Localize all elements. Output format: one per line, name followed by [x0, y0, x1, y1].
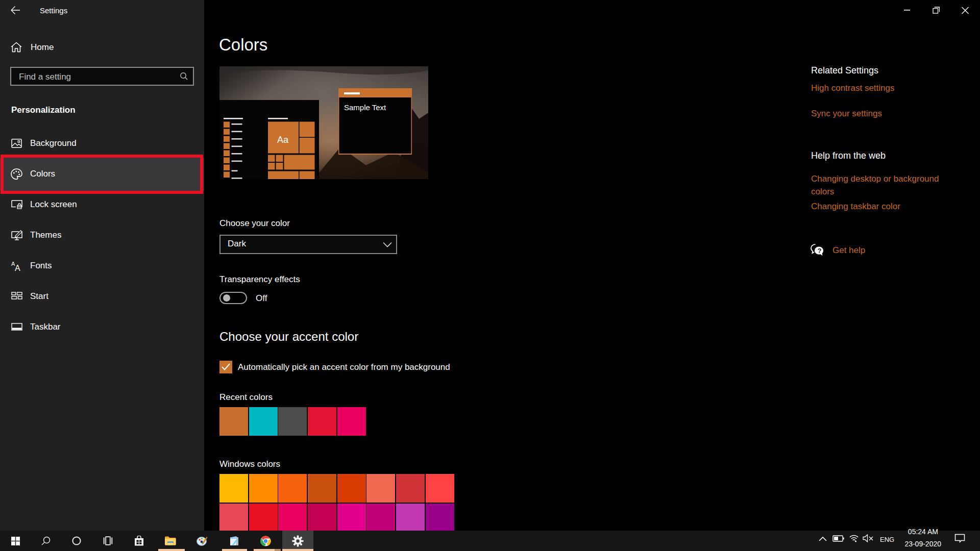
svg-text:A: A — [15, 264, 20, 271]
svg-text:?: ? — [817, 247, 821, 255]
svg-text:Sample Text: Sample Text — [344, 103, 386, 112]
svg-text:Aa: Aa — [277, 135, 289, 145]
